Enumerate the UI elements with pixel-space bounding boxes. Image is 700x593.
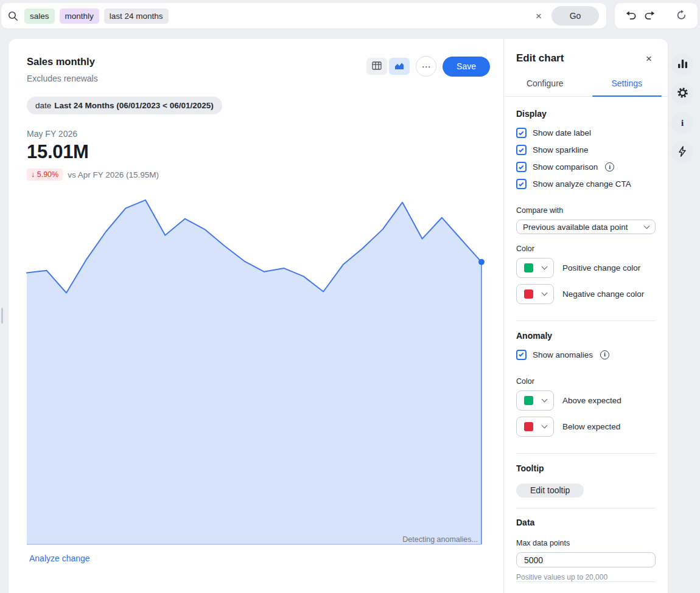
checkbox-checked-icon xyxy=(516,179,527,189)
settings-rail-button[interactable] xyxy=(671,83,693,105)
section-divider xyxy=(516,321,656,321)
chart-view-button[interactable] xyxy=(389,58,410,75)
edit-tooltip-button[interactable]: Edit tooltip xyxy=(516,484,584,498)
chevron-down-icon xyxy=(541,423,547,429)
change-badge: ↓ 5.90% xyxy=(27,168,63,181)
data-section-heading: Data xyxy=(516,518,656,527)
anomaly-status-text: Detecting anomalies... xyxy=(402,535,478,544)
analyze-change-link[interactable]: Analyze change xyxy=(29,553,90,563)
negative-color-row: Negative change color xyxy=(516,284,656,304)
tab-settings[interactable]: Settings xyxy=(586,73,668,96)
section-divider xyxy=(516,508,656,508)
checkbox-show-sparkline[interactable]: Show sparkline xyxy=(516,145,656,155)
info-icon[interactable]: i xyxy=(605,162,614,172)
checkbox-show-date-label[interactable]: Show date label xyxy=(516,128,656,138)
charts-rail-button[interactable] xyxy=(671,54,693,75)
redo-arrow-icon xyxy=(643,10,656,23)
reset-button[interactable] xyxy=(672,7,690,25)
kpi-value: 15.01M xyxy=(27,141,490,163)
area-chart-icon xyxy=(394,61,404,72)
checkbox-label: Show anomalies xyxy=(533,350,593,359)
above-expected-row: Above expected xyxy=(516,390,656,411)
display-section-heading: Display xyxy=(516,109,656,119)
spotiq-rail-button[interactable] xyxy=(671,141,693,163)
panel-close-button[interactable]: × xyxy=(642,53,656,64)
compare-with-label: Compare with xyxy=(516,206,656,215)
checkbox-checked-icon xyxy=(516,145,527,155)
below-expected-row: Below expected xyxy=(516,417,656,437)
checkbox-show-anomalies[interactable]: Show anomalies i xyxy=(516,350,656,360)
table-icon xyxy=(372,61,382,72)
below-expected-label: Below expected xyxy=(562,422,620,431)
negative-color-label: Negative change color xyxy=(562,290,644,299)
positive-color-select[interactable] xyxy=(516,258,554,278)
info-icon: i xyxy=(681,118,684,128)
viz-toolbar: ⋯ Save xyxy=(366,56,490,77)
display-color-label: Color xyxy=(516,244,656,253)
undo-button[interactable] xyxy=(622,7,640,25)
info-rail-button[interactable]: i xyxy=(671,112,693,134)
anomaly-section-heading: Anomaly xyxy=(516,331,656,341)
panel-body: Display Show date label Show sparkline S… xyxy=(504,97,668,593)
filter-chip-prefix: date xyxy=(35,101,51,110)
viz-subtitle: Excludes renewals xyxy=(27,74,98,83)
chevron-down-icon xyxy=(541,290,547,296)
checkbox-label: Show analyze change CTA xyxy=(533,179,631,189)
info-icon[interactable]: i xyxy=(600,350,609,359)
visualization-area: Sales monthly Excludes renewals xyxy=(9,39,503,593)
checkbox-checked-icon xyxy=(516,128,527,138)
bar-chart-icon xyxy=(677,59,688,71)
checkbox-checked-icon xyxy=(516,162,527,172)
go-button[interactable]: Go xyxy=(551,6,599,26)
close-icon: × xyxy=(536,10,542,22)
sparkline-chart-svg xyxy=(27,196,481,545)
more-icon: ⋯ xyxy=(422,61,431,72)
undo-arrow-icon xyxy=(625,10,637,23)
below-expected-color-select[interactable] xyxy=(516,417,554,437)
sparkline-chart[interactable]: Detecting anomalies... xyxy=(27,196,481,545)
below-expected-swatch xyxy=(524,422,533,431)
panel-tabs: Configure Settings xyxy=(504,73,668,97)
tab-configure[interactable]: Configure xyxy=(504,73,586,96)
negative-color-swatch xyxy=(524,290,533,299)
viz-title: Sales monthly xyxy=(27,56,98,68)
checkbox-checked-icon xyxy=(516,350,527,360)
area-fill xyxy=(27,200,481,544)
lightning-icon xyxy=(678,146,687,159)
chevron-down-icon xyxy=(541,397,547,403)
close-icon: × xyxy=(646,53,652,64)
checkbox-show-comparison[interactable]: Show comparison i xyxy=(516,162,656,172)
panel-header: Edit chart × xyxy=(504,39,668,73)
search-token-monthly[interactable]: monthly xyxy=(60,9,99,24)
chevron-down-icon xyxy=(541,264,547,270)
save-button[interactable]: Save xyxy=(443,57,490,77)
viz-header: Sales monthly Excludes renewals xyxy=(27,56,490,83)
date-filter-chip[interactable]: date Last 24 Months (06/01/2023 < 06/01/… xyxy=(27,97,222,114)
positive-color-label: Positive change color xyxy=(562,263,640,272)
above-expected-swatch xyxy=(524,396,533,405)
last-point-dot xyxy=(478,259,485,265)
gear-icon xyxy=(677,87,688,100)
above-expected-color-select[interactable] xyxy=(516,390,554,411)
anomaly-color-label: Color xyxy=(516,377,656,386)
checkbox-label: Show comparison xyxy=(533,162,598,172)
panel-resize-handle[interactable] xyxy=(1,308,3,324)
right-icon-rail: i xyxy=(671,54,693,163)
section-divider xyxy=(516,453,656,454)
clear-search-button[interactable]: × xyxy=(531,10,547,22)
chevron-down-icon xyxy=(644,223,650,229)
search-token-period[interactable]: last 24 months xyxy=(104,9,169,24)
compare-with-select[interactable]: Previous available data point xyxy=(516,220,656,234)
negative-color-select[interactable] xyxy=(516,284,554,304)
filter-chip-value: Last 24 Months (06/01/2023 < 06/01/2025) xyxy=(54,101,214,110)
redo-button[interactable] xyxy=(640,7,659,25)
table-view-button[interactable] xyxy=(366,58,387,75)
search-bar[interactable]: sales monthly last 24 months × Go xyxy=(1,3,606,29)
kpi-change-row: ↓ 5.90% vs Apr FY 2026 (15.95M) xyxy=(27,168,490,181)
checkbox-show-analyze-change-cta[interactable]: Show analyze change CTA xyxy=(516,179,656,189)
panel-footer-divider xyxy=(516,581,656,582)
answer-card: Sales monthly Excludes renewals xyxy=(9,39,668,593)
max-data-points-input[interactable] xyxy=(516,552,656,567)
more-options-button[interactable]: ⋯ xyxy=(416,56,436,77)
search-token-sales[interactable]: sales xyxy=(24,9,55,24)
